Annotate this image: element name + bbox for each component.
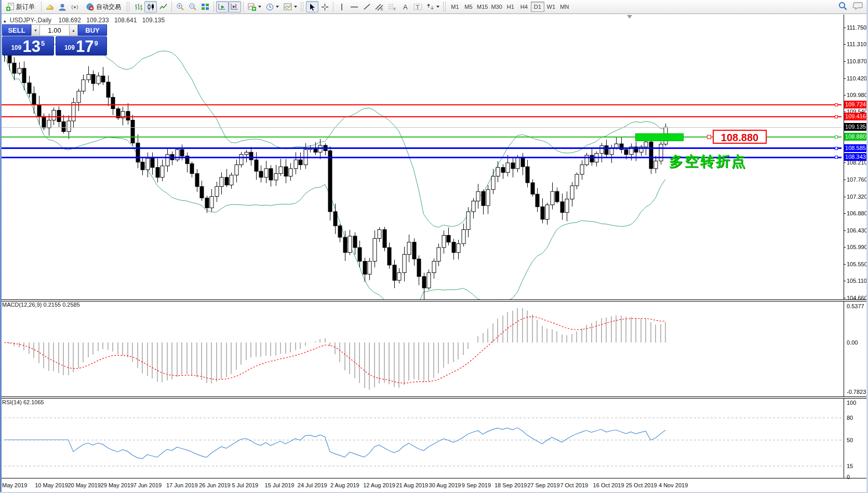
level-price-label: 108.585 (844, 144, 867, 152)
date-tick-label: 27 Sep 2019 (527, 482, 559, 488)
buy-price-display[interactable]: 109 17 9 (56, 36, 108, 56)
buy-price-big: 17 (76, 40, 94, 53)
price-axis-tick: 106.430 (847, 227, 867, 234)
text-label-icon: T (413, 3, 422, 11)
tile-windows-button[interactable] (199, 1, 211, 12)
date-tick-label: 26 Jun 2019 (199, 482, 231, 488)
chart-shift-marker[interactable] (627, 15, 632, 19)
date-tick-label: 4 Nov 2019 (659, 482, 688, 488)
horizontal-level-line[interactable] (0, 116, 842, 117)
indicators-button[interactable] (246, 1, 264, 12)
volume-input[interactable] (40, 24, 69, 36)
price-axis-tick: 110.420 (847, 75, 867, 82)
chart-title: ▴ USDJPY-,Daily 108.692 109.233 108.641 … (4, 17, 168, 24)
text-button[interactable]: A (399, 1, 411, 12)
main-toolbar: 新订单 自动交易 E F A T M1M5M15M30H1H4D1W1MN (0, 0, 868, 14)
fibonacci-icon: F (388, 3, 397, 11)
candlestick-chart-type-button[interactable] (144, 1, 157, 12)
date-tick-label: 18 Sep 2019 (495, 482, 527, 488)
pane-divider-rsi[interactable] (0, 396, 868, 399)
macd-indicator-canvas[interactable] (0, 302, 844, 396)
timeframe-m30-button[interactable]: M30 (489, 2, 503, 12)
auto-trading-button[interactable]: 自动交易 (81, 1, 126, 12)
volume-increase-button[interactable]: ▲ (69, 24, 78, 36)
cursor-button[interactable] (306, 1, 318, 12)
price-note-label[interactable]: 108.880 (713, 130, 767, 144)
buy-price-pip: 9 (94, 39, 98, 47)
trendline-button[interactable] (360, 1, 373, 12)
zoom-out-button[interactable] (186, 1, 199, 12)
dropdown-caret (294, 6, 297, 8)
horizontal-level-line[interactable] (0, 147, 842, 149)
chart-shift-button[interactable] (229, 1, 241, 12)
timeframe-h4-button[interactable]: H4 (517, 2, 531, 12)
note-anchor-icon[interactable] (707, 135, 711, 139)
dropdown-caret (276, 6, 279, 8)
templates-button[interactable] (282, 1, 300, 12)
svg-text:A: A (403, 3, 408, 10)
date-tick-label: 7 Jun 2019 (133, 482, 162, 488)
signals-button[interactable] (69, 1, 81, 12)
chat-icon[interactable] (852, 2, 863, 12)
periods-button[interactable] (264, 1, 282, 12)
price-axis-tick: 109.980 (847, 91, 867, 99)
buy-button[interactable]: BUY (78, 24, 107, 36)
auto-trading-icon (86, 3, 95, 11)
channel-button[interactable]: E (373, 1, 386, 12)
template-icon (284, 3, 292, 10)
pane-divider-macd[interactable] (0, 299, 868, 302)
line-chart-type-button[interactable] (157, 1, 169, 12)
search-icon[interactable] (838, 2, 847, 12)
separator (243, 2, 244, 12)
timeframe-d1-button[interactable]: D1 (531, 2, 544, 12)
price-axis-tick: 106.880 (847, 210, 867, 217)
new-order-button[interactable]: 新订单 (2, 1, 39, 12)
buy-price-handle: 109 (64, 44, 75, 51)
line-anchor-handle[interactable] (835, 103, 838, 106)
line-anchor-handle[interactable] (835, 115, 838, 118)
new-order-icon (6, 3, 15, 11)
turning-point-note[interactable]: 多空转折点 (669, 152, 747, 171)
community-button[interactable] (56, 1, 69, 12)
vertical-line-button[interactable] (336, 1, 348, 12)
highlight-rectangle[interactable] (635, 133, 684, 141)
ohlc-open: 108.692 (58, 17, 81, 24)
fibonacci-button[interactable]: F (386, 1, 399, 12)
sell-price-display[interactable]: 109 13 5 (2, 36, 54, 56)
rsi-scale-label: 15 (847, 462, 853, 470)
timeframe-m1-button[interactable]: M1 (448, 2, 462, 12)
bar-chart-type-button[interactable] (132, 1, 144, 12)
indicators-icon (248, 3, 256, 11)
window-edge-left (0, 0, 2, 493)
timeframe-h1-button[interactable]: H1 (504, 2, 517, 12)
symbol-period-label: USDJPY-,Daily (10, 17, 51, 24)
date-tick-label: 2 Aug 2019 (330, 482, 359, 488)
dropdown-caret (258, 6, 261, 8)
crosshair-button[interactable] (318, 1, 331, 12)
arrows-shapes-button[interactable] (424, 1, 442, 12)
zoom-in-button[interactable] (174, 1, 186, 12)
line-anchor-handle[interactable] (835, 135, 838, 139)
text-label-button[interactable]: T (411, 1, 424, 12)
line-anchor-handle[interactable] (835, 147, 838, 150)
timeframe-mn-button[interactable]: MN (558, 2, 571, 12)
price-axis-tick: 104.660 (847, 294, 867, 302)
ohlc-close: 109.135 (142, 17, 165, 24)
toolbar-handle (443, 2, 446, 11)
separator (171, 2, 172, 12)
horizontal-level-line[interactable] (0, 104, 842, 105)
sell-button[interactable]: SELL (2, 24, 31, 36)
market-watch-button[interactable] (44, 1, 56, 12)
timeframe-m15-button[interactable]: M15 (475, 2, 489, 12)
rsi-indicator-canvas[interactable] (0, 399, 844, 478)
volume-decrease-button[interactable]: ▼ (31, 24, 40, 36)
line-anchor-handle[interactable] (835, 156, 838, 159)
timeframe-w1-button[interactable]: W1 (544, 2, 558, 12)
timeframe-m5-button[interactable]: M5 (462, 2, 475, 12)
price-axis-tick: 107.320 (847, 193, 867, 200)
rsi-scale-label: 100 (847, 399, 856, 406)
collapse-triangle-icon: ▴ (4, 18, 6, 23)
person-icon (58, 3, 66, 11)
auto-scroll-button[interactable] (216, 1, 229, 12)
horizontal-line-button[interactable] (348, 1, 360, 12)
